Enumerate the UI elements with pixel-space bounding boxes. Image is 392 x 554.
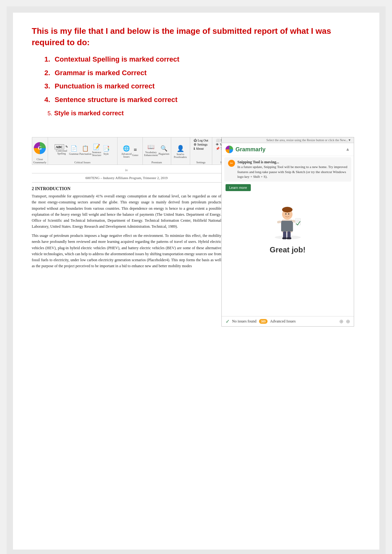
abc-icon[interactable]: ABC <box>55 144 64 149</box>
vocab-group: 📖 VocabularyEnhancement <box>144 143 158 157</box>
ribbon-group-status: G CloseGrammarly <box>32 137 48 165</box>
ribbon-close-label: CloseGrammarly <box>33 158 46 164</box>
snipping-notification: ✂ Snipping Tool is moving... In a future… <box>224 157 351 182</box>
advanced-icons: 🌐 AdvancedIssues ≡ Genre <box>121 139 138 164</box>
item-number-5: 5. <box>48 110 52 117</box>
hint-text: Select the area, resize using the Resize… <box>266 138 348 142</box>
body-paragraph-2: This usage of petroleum products imposes… <box>32 233 221 269</box>
pencil-icon-small: ✎ <box>65 144 69 149</box>
check-icon: ✓ <box>226 318 230 324</box>
style-icon[interactable]: 📑 <box>102 144 110 153</box>
grammarly-icon-wrapper[interactable]: G <box>34 139 46 158</box>
about-icon: ℹ <box>194 147 195 150</box>
style-label: Style <box>103 153 108 155</box>
advanced-issues-label: Advanced Issues <box>270 319 296 324</box>
svg-rect-4 <box>281 221 293 232</box>
document-content: iv 6007ENG – Industry Affiliates Program… <box>32 168 221 327</box>
logout-label: Log Out <box>198 139 208 142</box>
send-label: Send toProofreaders <box>174 153 187 159</box>
ribbon-group-premium: 📖 VocabularyEnhancement 🔍 Plagiarism Pre… <box>143 137 171 165</box>
view-icon: 👁 <box>216 143 219 146</box>
punctuation-group: 📋 Punctuation <box>79 144 91 155</box>
about-label: About <box>196 147 204 150</box>
svg-rect-5 <box>277 220 281 224</box>
advanced-group: 🌐 AdvancedIssues <box>121 144 131 158</box>
snipping-content: Snipping Tool is moving... In a future u… <box>238 160 347 179</box>
panel-hint-bar: Select the area, resize using the Resize… <box>222 137 354 143</box>
svg-point-3 <box>282 207 292 213</box>
contextual-spelling-group: ABC ✎ ContextualSpelling <box>55 144 68 155</box>
learn-more-button[interactable]: Learn more <box>226 184 251 191</box>
page-indicator: iv <box>32 168 221 172</box>
send-icon[interactable]: 👤 <box>176 144 185 153</box>
plagiarism-icon[interactable]: 🔍 <box>160 144 168 153</box>
panel-expand-icon[interactable]: ▲ <box>346 147 350 152</box>
critical-icons: ABC ✎ ContextualSpelling 📄 Grammar 📋 <box>55 139 110 161</box>
critical-section-label: Critical Issues <box>74 161 90 164</box>
grammarly-panel-logo <box>226 146 233 153</box>
list-item-2: 2. Grammar is marked Correct <box>45 68 360 78</box>
premium-section-label: Premium <box>152 161 162 164</box>
ribbon-group-settings: ⏻ Log Out ⚙ Settings ℹ About <box>190 137 212 165</box>
plagiarism-group: 🔍 Plagiarism <box>159 144 169 155</box>
doc-divider-bottom <box>32 182 221 183</box>
sentence-icon[interactable]: 📝 <box>93 143 101 151</box>
send-group: 👤 Send toProofreaders <box>174 144 187 159</box>
settings-button[interactable]: ⚙ Settings <box>194 143 208 146</box>
about-button[interactable]: ℹ About <box>194 147 208 150</box>
ribbon-toolbar: G CloseGrammarly ABC ✎ Cont <box>32 137 221 165</box>
bottom-nav-prev[interactable]: ⊕ <box>339 318 343 324</box>
genre-icon[interactable]: ≡ <box>133 146 137 154</box>
svg-rect-14 <box>286 238 291 239</box>
item-number-1: 1. <box>45 55 50 64</box>
main-title: This is my file that I and below is the … <box>32 25 360 48</box>
doc-divider-top <box>32 173 221 173</box>
person-illustration <box>269 199 307 243</box>
support-icon: ⬜ <box>216 139 220 142</box>
ribbon-group-critical: ABC ✎ ContextualSpelling 📄 Grammar 📋 <box>48 137 118 165</box>
svg-point-16 <box>288 214 289 215</box>
list-item-1: 1. Contextual Spelling is marked correct <box>45 55 360 64</box>
plagiarism-label: Plagiarism <box>159 153 169 155</box>
tour-icon: 📌 <box>216 147 220 150</box>
logout-button[interactable]: ⏻ Log Out <box>194 139 208 142</box>
grammarly-main-icon[interactable]: G <box>34 142 46 154</box>
list-item-4: 4. Sentence structure is marked correct <box>45 95 360 105</box>
sentence-label: SentenceStructure <box>92 151 101 157</box>
item-text-3: Punctuation is marked correct <box>55 82 155 90</box>
grammarly-panel-title: Grammarly <box>236 146 266 153</box>
snipping-title: Snipping Tool is moving... <box>238 160 347 165</box>
advanced-issues-label: AdvancedIssues <box>121 153 131 158</box>
settings-items: ⏻ Log Out ⚙ Settings ℹ About <box>194 139 208 150</box>
ribbon-group-send: 👤 Send toProofreaders <box>171 137 190 165</box>
list-item-5: 5. Style is marked correct <box>48 109 360 117</box>
premium-icons: 📖 VocabularyEnhancement 🔍 Plagiarism <box>144 139 169 161</box>
main-content: This is my file that I and below is the … <box>13 13 379 550</box>
ribbon-group-advanced: 🌐 AdvancedIssues ≡ Genre <box>118 137 143 165</box>
settings-section-label: Settings <box>196 161 205 164</box>
grammarly-ribbon-area: G CloseGrammarly ABC ✎ Cont <box>32 137 360 327</box>
grammarly-panel: Select the area, resize using the Resize… <box>221 137 354 327</box>
title-section: This is my file that I and below is the … <box>32 25 360 121</box>
grammarly-panel-header: Grammarly ▲ <box>222 143 354 156</box>
item-text-4: Sentence structure is marked correct <box>55 96 178 104</box>
grammar-icon[interactable]: 📄 <box>70 144 78 153</box>
checklist: 1. Contextual Spelling is marked correct… <box>32 55 360 117</box>
item-text-2: Grammar is marked Correct <box>55 69 147 77</box>
body-paragraph-1: Transport, responsible for approximately… <box>32 193 221 230</box>
course-info: 6007ENG – Industry Affiliates Program, T… <box>32 176 221 180</box>
contextual-spelling-label: ContextualSpelling <box>56 149 67 155</box>
word-ribbon-container: G CloseGrammarly ABC ✎ Cont <box>32 137 221 327</box>
item-text-5: Style is marked correct <box>54 109 124 117</box>
style-group: 📑 Style <box>102 144 110 155</box>
grammarly-panel-inner: Select the area, resize using the Resize… <box>221 137 354 327</box>
great-job-text: Great job! <box>270 245 305 254</box>
icon-row-top: ABC ✎ <box>55 144 68 149</box>
advanced-icon[interactable]: 🌐 <box>122 144 130 153</box>
snipping-body: In a future update, Snipping Tool will b… <box>238 165 347 179</box>
bottom-nav-next[interactable]: ⊕ <box>346 318 350 324</box>
settings-icon: ⚙ <box>194 143 196 146</box>
punctuation-icon[interactable]: 📋 <box>81 144 89 153</box>
page-container: This is my file that I and below is the … <box>7 6 386 554</box>
vocab-icon[interactable]: 📖 <box>147 143 155 151</box>
